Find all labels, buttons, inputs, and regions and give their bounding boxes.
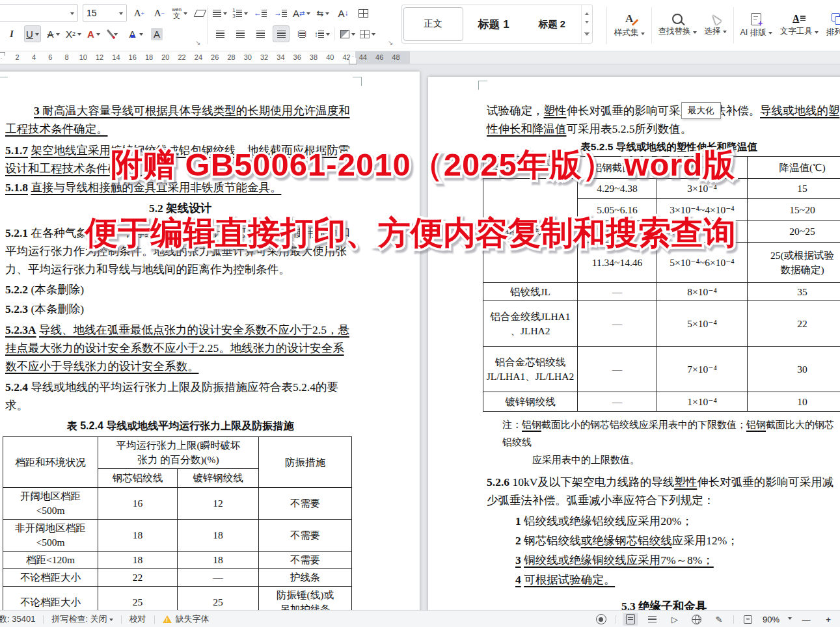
arrange-icon: [832, 13, 840, 25]
text-effects-button[interactable]: A: [86, 26, 102, 42]
table-row: 铝合金绞线JLHA1 、JLHA2—5×10⁻⁴22: [483, 301, 840, 347]
sort-button[interactable]: A↓: [335, 5, 351, 21]
increase-indent-button[interactable]: →: [273, 5, 288, 21]
scroll-up-icon[interactable]: [585, 10, 589, 15]
select-button[interactable]: 选择: [701, 5, 731, 46]
missing-font-warning[interactable]: 缺失字体: [155, 613, 217, 625]
shrink-font-button[interactable]: A−: [152, 5, 167, 21]
maximize-tooltip: 最大化: [681, 102, 721, 119]
crop-mark: [478, 81, 487, 90]
distribute-button[interactable]: ||: [294, 26, 310, 42]
page-view-button[interactable]: [623, 613, 638, 626]
play-view-button[interactable]: ▷: [667, 613, 683, 626]
style-heading1[interactable]: 标题 1: [465, 5, 523, 43]
document-area[interactable]: 3 耐高温大容量导线可根据具体导线类型的长期使用允许温度和工程技术条件确定。 5…: [0, 64, 840, 610]
table-header-cell: 平均运行张力上限(瞬时破坏 张力 的百分数)(%): [98, 437, 259, 469]
font-name-combo[interactable]: 体: [0, 4, 78, 22]
table-5-2-4: 档距和环境状况 平均运行张力上限(瞬时破坏 张力 的百分数)(%) 防振措施 钢…: [3, 436, 352, 610]
watermark-line2: 便于编辑直接打印、方便内容复制和搜索查询: [85, 211, 736, 255]
align-left-button[interactable]: [212, 26, 228, 42]
outline-icon: [648, 616, 657, 623]
web-view-button[interactable]: [689, 613, 705, 626]
numbered-list-button[interactable]: 13: [232, 5, 248, 21]
chevron-down-icon: [351, 33, 355, 38]
chevron-down-icon: [641, 33, 645, 37]
chevron-down-icon: [325, 12, 329, 17]
chevron-down-icon: [109, 619, 113, 623]
table-header-cell: 防振措施: [259, 437, 352, 488]
crop-mark: [0, 77, 8, 86]
scroll-down-icon[interactable]: [585, 21, 589, 25]
chevron-down-icon: [139, 33, 143, 38]
insert-table-button[interactable]: [355, 5, 371, 21]
borders-button[interactable]: [360, 26, 375, 42]
chevron-down-icon: [56, 33, 60, 38]
zoom-out-button[interactable]: —: [798, 613, 814, 626]
align-right-button[interactable]: [252, 26, 268, 42]
fit-page-button[interactable]: [740, 613, 756, 626]
numbered-list-icon: [236, 10, 242, 17]
table-header-cell: 镀锌钢绞线: [178, 469, 259, 488]
align-left-icon: [216, 31, 224, 38]
chevron-down-icon: [723, 31, 727, 35]
wps-document-window: 体 15 A+ A− wén文 I U A X2 A A A ↘: [0, 0, 840, 627]
text-direction-button[interactable]: A⇄: [293, 5, 310, 21]
paragraph: 试验确定，塑性伸长对弧垂的影响可采用降温法补偿。导线或地线的塑性伸长和降温值可采…: [487, 101, 840, 138]
font-size-combo[interactable]: 15: [83, 4, 127, 22]
word-count[interactable]: 数: 35401: [0, 613, 43, 625]
shading-button[interactable]: [340, 26, 355, 42]
style-normal[interactable]: 正文: [403, 7, 463, 41]
zoom-level[interactable]: 90%: [763, 615, 779, 624]
table-row: 铝铰线JL—8×10⁻⁴35: [483, 283, 840, 301]
chevron-down-icon[interactable]: [788, 617, 792, 622]
chevron-down-icon: [768, 32, 772, 36]
ai-layout-button[interactable]: AI 排版: [737, 5, 776, 46]
style-gallery-scroll[interactable]: [581, 5, 592, 43]
font-dialog-launcher-icon[interactable]: ↘: [195, 39, 200, 46]
chevron-down-icon: [96, 33, 100, 38]
strikethrough-button[interactable]: A: [46, 26, 61, 42]
justify-button[interactable]: [273, 25, 290, 42]
arrange-button[interactable]: 排列: [822, 5, 840, 46]
horizontal-ruler[interactable]: 2468101214161820222426283032343638404244…: [0, 51, 840, 64]
distribute-icon: [299, 31, 305, 38]
find-replace-button[interactable]: 查找替换: [655, 5, 701, 46]
eye-protection-button[interactable]: [593, 613, 609, 626]
italic-button[interactable]: I: [4, 26, 20, 42]
superscript-button[interactable]: X2: [66, 26, 81, 42]
style-set-button[interactable]: A 样式集: [610, 5, 649, 46]
font-color-button[interactable]: A: [126, 26, 144, 42]
outline-view-button[interactable]: [645, 613, 660, 626]
font-color-swatch: [131, 35, 135, 38]
style-heading2[interactable]: 标题 2: [522, 5, 581, 43]
line-spacing-button[interactable]: ↕: [314, 26, 330, 42]
bullet-list-button[interactable]: [212, 5, 228, 21]
table-row: 档距<120m1818不需要: [3, 552, 352, 569]
decrease-indent-button[interactable]: ←: [252, 5, 268, 21]
clear-format-button[interactable]: [192, 5, 208, 21]
zoom-in-button[interactable]: +: [820, 613, 836, 626]
table-row: 不论档距大小22—护线条: [3, 569, 352, 587]
grow-font-button[interactable]: A+: [131, 5, 147, 21]
table-5-2-5: 导线或地线类别 铝钢截面比 塑性伸长 降温值(℃) 钢芯铝绞线 4.29~4.3…: [483, 156, 840, 412]
justify-icon: [277, 31, 286, 38]
char-shading-button[interactable]: A: [149, 26, 165, 42]
style-set-icon: A: [625, 12, 633, 25]
chevron-down-icon: [35, 33, 39, 38]
underline-button[interactable]: U: [24, 25, 41, 42]
align-center-button[interactable]: [232, 26, 248, 42]
pinyin-guide-button[interactable]: wén文: [172, 5, 187, 21]
text-tools-button[interactable]: A 文字工具: [776, 5, 822, 46]
more-styles-icon[interactable]: [584, 32, 589, 38]
proofread-button[interactable]: 校对: [122, 613, 154, 625]
globe-icon: [692, 615, 701, 624]
highlight-color-button[interactable]: [106, 26, 122, 42]
spell-check-status[interactable]: 拼写检查: 关闭: [44, 613, 120, 625]
align-center-icon: [236, 31, 245, 38]
page-view-icon: [626, 614, 635, 624]
wrap-button[interactable]: ⇆: [315, 5, 331, 21]
toolbar: 体 15 A+ A− wén文 I U A X2 A A A ↘: [0, 0, 840, 51]
ai-document-icon: [751, 13, 761, 25]
ink-tool-button[interactable]: ✎: [711, 613, 727, 626]
paragraph-dialog-launcher-icon[interactable]: ↘: [388, 39, 393, 46]
